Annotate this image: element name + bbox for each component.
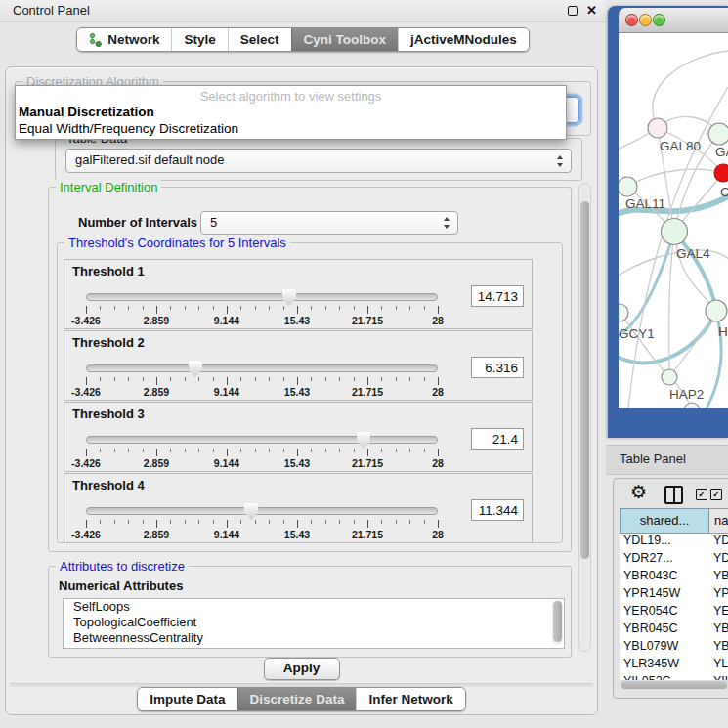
cell[interactable]: YDL1: [709, 534, 728, 551]
table-row[interactable]: YBR045CYBR0: [620, 621, 728, 639]
cell[interactable]: YBR043C: [620, 569, 709, 586]
cell[interactable]: YDR27...: [620, 551, 709, 569]
checkbox-icon[interactable]: ✓: [710, 489, 722, 500]
float-window-icon[interactable]: [568, 6, 578, 16]
cell[interactable]: YPR145W: [620, 586, 709, 604]
bottom-tabbar: Impute Data Discretize Data Infer Networ…: [137, 687, 465, 711]
node-label: H: [718, 324, 728, 339]
cell[interactable]: YLR345W: [620, 657, 709, 674]
table-row[interactable]: YDL19...YDL1: [620, 534, 728, 551]
cell[interactable]: YER0: [709, 604, 728, 621]
cell[interactable]: YBR0: [709, 621, 728, 639]
apply-button[interactable]: Apply: [264, 658, 340, 680]
table-h-scrollbar-thumb[interactable]: [621, 681, 727, 689]
threshold-slider[interactable]: -3.4262.8599.14415.4321.71528: [86, 503, 438, 540]
slider-thumb[interactable]: [357, 432, 371, 449]
network-node[interactable]: [706, 300, 727, 321]
slider-tick: [227, 449, 228, 456]
tab-style[interactable]: Style: [171, 28, 227, 51]
network-node-selected[interactable]: [714, 164, 728, 182]
panel-scrollbar-thumb[interactable]: [580, 201, 589, 559]
tab-discretize-data[interactable]: Discretize Data: [237, 688, 357, 710]
network-node[interactable]: [619, 304, 628, 321]
table-row[interactable]: YER054CYER0: [620, 604, 728, 621]
combo-value: galFiltered.sif default node: [75, 152, 224, 167]
panel-scrollbar[interactable]: [578, 183, 591, 652]
dropdown-option-equal-width[interactable]: Equal Width/Frequency Discretization: [19, 121, 238, 136]
slider-thumb[interactable]: [188, 361, 202, 377]
network-node[interactable]: [648, 118, 667, 138]
network-node[interactable]: [662, 219, 688, 245]
cell[interactable]: YDR2: [709, 551, 728, 569]
slider-tick: [311, 306, 312, 310]
tab-select[interactable]: Select: [228, 28, 291, 51]
zoom-traffic-light[interactable]: [653, 14, 665, 26]
close-traffic-light[interactable]: [625, 14, 638, 26]
slider-tick: [311, 520, 312, 524]
threshold-slider[interactable]: -3.4262.8599.14415.4321.71528: [86, 289, 438, 326]
slider-thumb[interactable]: [244, 503, 259, 520]
network-node[interactable]: [662, 369, 677, 385]
table-row[interactable]: YPR145WYPR1: [620, 586, 728, 604]
threshold-value-field[interactable]: 6.316: [471, 357, 524, 378]
minimize-traffic-light[interactable]: [639, 14, 652, 26]
dropdown-prompt[interactable]: Select algorithm to view settings: [16, 89, 566, 104]
threshold-value-field[interactable]: 14.713: [471, 285, 524, 307]
numerical-attributes-list[interactable]: SelfLoops TopologicalCoefficient Between…: [63, 598, 565, 649]
cell[interactable]: YBL0: [709, 639, 728, 657]
table-row[interactable]: YBR043CYBR0: [620, 569, 728, 586]
gear-icon[interactable]: ⚙: [630, 482, 647, 503]
list-scrollbar-thumb[interactable]: [553, 601, 562, 642]
tab-infer-network[interactable]: Infer Network: [356, 688, 464, 710]
cell[interactable]: YER054C: [620, 604, 709, 621]
list-item[interactable]: SelfLoops: [64, 599, 564, 615]
slider-tick: [114, 520, 115, 524]
threshold-slider[interactable]: -3.4262.8599.14415.4321.71528: [86, 361, 438, 398]
threshold-value-field[interactable]: 21.4: [471, 428, 524, 450]
slider-tick: [381, 306, 382, 310]
table-data-combo[interactable]: galFiltered.sif default node: [65, 149, 572, 173]
list-item[interactable]: TopologicalCoefficient: [64, 615, 564, 630]
list-scrollbar[interactable]: [552, 600, 563, 645]
slider-tick: [143, 449, 144, 452]
slider-thumb[interactable]: [281, 289, 296, 306]
cell[interactable]: YLR3: [709, 657, 728, 674]
tab-jactivemnodules[interactable]: jActiveMNodules: [398, 28, 529, 51]
cell[interactable]: YPR1: [709, 586, 728, 604]
tab-network[interactable]: Network: [77, 28, 171, 51]
slider-track[interactable]: [86, 364, 438, 372]
dropdown-option-manual[interactable]: Manual Discretization: [19, 105, 154, 119]
table-row[interactable]: YBL079WYBL0: [620, 639, 728, 657]
close-icon[interactable]: ✕: [586, 3, 597, 18]
cell[interactable]: YDL19...: [620, 534, 709, 551]
tab-impute-data[interactable]: Impute Data: [138, 688, 236, 710]
tab-cyni-toolbox[interactable]: Cyni Toolbox: [291, 28, 399, 51]
table-h-scrollbar[interactable]: [620, 680, 728, 690]
threshold-value-field[interactable]: 11.344: [471, 499, 524, 521]
cell[interactable]: YBR0: [709, 569, 728, 586]
checkbox-icon[interactable]: ✓: [696, 489, 707, 500]
slider-tick: [367, 306, 368, 314]
cell[interactable]: YBR045C: [620, 621, 709, 639]
split-columns-icon[interactable]: [664, 486, 683, 504]
threshold-slider[interactable]: -3.4262.8599.14415.4321.71528: [86, 432, 438, 469]
slider-tick: [86, 306, 87, 314]
node-label: GAL4: [676, 246, 710, 261]
column-header-name[interactable]: na: [709, 508, 728, 534]
column-header-shared-name[interactable]: shared...: [620, 508, 709, 534]
list-item[interactable]: BetweennessCentrality: [64, 630, 564, 646]
network-node[interactable]: [619, 177, 637, 196]
network-node[interactable]: [708, 123, 728, 145]
spinner-arrows-icon[interactable]: [443, 217, 451, 229]
network-node[interactable]: [684, 403, 700, 408]
num-intervals-combo[interactable]: 5: [200, 211, 458, 235]
network-canvas[interactable]: GAL80 GA GAL11 C GAL4 GCY1 H HAP2: [619, 33, 728, 408]
cell[interactable]: YBL079W: [620, 639, 709, 657]
spinner-arrows-icon[interactable]: [556, 155, 565, 167]
slider-tick: [143, 306, 144, 310]
slider-track[interactable]: [86, 436, 438, 444]
table-row[interactable]: YLR345WYLR3: [620, 657, 728, 674]
slider-track[interactable]: [86, 507, 438, 515]
table-row[interactable]: YDR27...YDR2: [620, 551, 728, 569]
slider-track[interactable]: [86, 293, 438, 301]
